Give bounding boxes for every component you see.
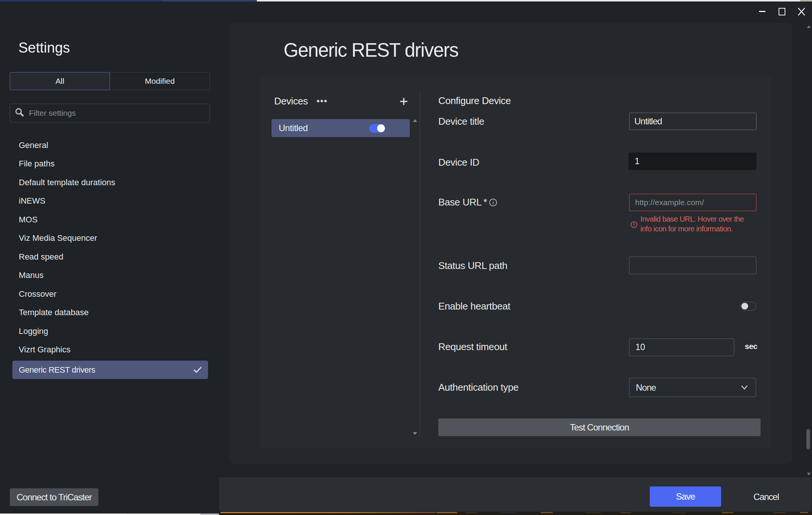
svg-text:i: i — [492, 200, 494, 205]
